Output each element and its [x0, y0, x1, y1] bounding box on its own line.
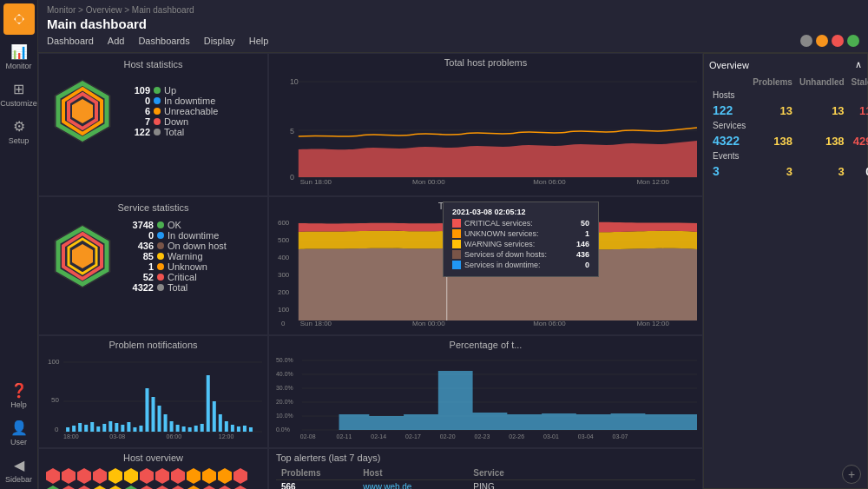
sidebar-item-setup[interactable]: ⚙ Setup — [0, 113, 37, 150]
svg-rect-58 — [139, 426, 142, 432]
service-problems-title: Total service problems — [274, 201, 697, 211]
nav-icon-4[interactable] — [847, 35, 859, 47]
host-hex-cell[interactable] — [62, 486, 76, 489]
host-hex-cell[interactable] — [171, 486, 185, 489]
host-hex-cell[interactable] — [233, 468, 247, 484]
alerter-host-1[interactable]: www.web.de — [358, 480, 468, 490]
host-hex-cell[interactable] — [46, 468, 60, 484]
svc-stat-total: 4322 Total — [126, 282, 227, 293]
logo[interactable] — [3, 3, 35, 35]
sidebar-item-label-help: Help — [10, 400, 27, 409]
col-host: Host — [358, 466, 468, 480]
overview-events-label-row: Events — [709, 149, 868, 162]
host-hex-cell[interactable] — [202, 468, 216, 484]
col-problems: Problems — [276, 466, 358, 480]
svg-rect-68 — [201, 424, 204, 432]
host-hex-cell[interactable] — [155, 468, 169, 484]
host-statistics-panel: Host statistics — [38, 53, 268, 196]
svg-text:Sun 18:00: Sun 18:00 — [300, 320, 332, 327]
host-hex-cell[interactable] — [187, 486, 201, 489]
nav-dashboard[interactable]: Dashboard — [47, 36, 94, 46]
overview-collapse-icon[interactable]: ∧ — [855, 59, 862, 70]
svg-text:06:00: 06:00 — [167, 433, 182, 439]
svg-point-1 — [16, 16, 23, 23]
nav-help[interactable]: Help — [249, 36, 269, 46]
svg-text:0.0%: 0.0% — [276, 426, 290, 433]
main-content: Monitor > Overview > Main dashboard Main… — [38, 0, 868, 489]
host-stat-down: 7 Down — [126, 116, 218, 127]
host-hex-cell[interactable] — [93, 468, 107, 484]
host-hex-cell[interactable] — [171, 468, 185, 484]
svg-text:100: 100 — [278, 306, 290, 314]
sidebar-item-user[interactable]: 👤 User — [0, 414, 37, 452]
help-icon: ❓ — [10, 382, 28, 399]
nav-icon-3[interactable] — [832, 35, 844, 47]
svg-rect-54 — [115, 423, 118, 432]
svc-stat-ok: 3748 OK — [126, 220, 227, 230]
host-hex-cell[interactable] — [62, 468, 76, 484]
nav-icon-1[interactable] — [800, 35, 812, 47]
host-stats-list: 109 Up 0 In downtime 6 Unreachabl — [126, 85, 218, 137]
nav-add[interactable]: Add — [108, 36, 125, 46]
svg-text:02-14: 02-14 — [371, 433, 386, 439]
svg-rect-65 — [182, 426, 186, 432]
svg-text:03-04: 03-04 — [578, 433, 594, 439]
svg-text:200: 200 — [278, 288, 290, 296]
sidebar-item-monitor[interactable]: 📊 Monitor — [0, 38, 37, 76]
svc-stat-downtime: 0 In downtime — [126, 230, 227, 241]
svg-text:50.0%: 50.0% — [276, 357, 293, 363]
host-hex-cell[interactable] — [187, 468, 201, 484]
svg-rect-64 — [176, 425, 180, 432]
top-alerters-title: Top alerters (last 7 days) — [276, 453, 695, 463]
svg-text:5: 5 — [290, 127, 294, 135]
overview-events-values-row: 3 3 3 0 — [709, 162, 868, 180]
svg-text:02-20: 02-20 — [440, 433, 456, 439]
svg-rect-57 — [133, 427, 136, 432]
host-hex-cell[interactable] — [77, 468, 91, 484]
svc-stat-unknown: 1 Unknown — [126, 261, 227, 272]
host-hex-cell[interactable] — [124, 468, 138, 484]
host-hex-cell[interactable] — [218, 486, 232, 489]
host-problems-title: Total host problems — [274, 57, 697, 68]
svg-text:400: 400 — [278, 254, 290, 261]
host-hex-cell[interactable] — [233, 486, 247, 489]
svg-text:Mon 00:00: Mon 00:00 — [412, 178, 445, 184]
svg-rect-70 — [213, 401, 216, 432]
sidebar-item-label-sidebar: Sidebar — [5, 475, 32, 484]
host-hex-cell[interactable] — [108, 468, 122, 484]
svg-rect-66 — [188, 427, 192, 432]
nav-dashboards[interactable]: Dashboards — [138, 36, 189, 46]
header: Monitor > Overview > Main dashboard Main… — [38, 0, 868, 53]
breadcrumb: Monitor > Overview > Main dashboard — [47, 5, 859, 15]
host-hex-cell[interactable] — [140, 468, 154, 484]
sidebar-item-help[interactable]: ❓ Help — [0, 377, 37, 414]
svg-text:0: 0 — [281, 320, 286, 327]
host-hex-cell[interactable] — [140, 486, 154, 489]
host-hex-cell[interactable] — [124, 486, 138, 489]
sidebar-icon: ◀ — [14, 457, 24, 473]
svg-text:12:00: 12:00 — [219, 433, 234, 439]
host-hex-cell[interactable] — [77, 486, 91, 489]
host-hex-cell[interactable] — [93, 486, 107, 489]
host-overview-title: Host overview — [44, 453, 262, 463]
nav-display[interactable]: Display — [204, 36, 235, 46]
svg-text:Mon 00:00: Mon 00:00 — [412, 320, 445, 327]
host-hex-cell[interactable] — [155, 486, 169, 489]
host-hex-cell[interactable] — [108, 486, 122, 489]
svg-rect-50 — [90, 422, 94, 432]
sidebar-item-customize[interactable]: ⊞ Customize — [0, 76, 37, 113]
svg-text:300: 300 — [278, 271, 290, 279]
host-hex-cell[interactable] — [46, 486, 60, 489]
svg-rect-56 — [127, 422, 130, 432]
host-hex-chart — [48, 76, 117, 146]
host-hex-cell[interactable] — [218, 468, 232, 484]
svg-text:02-08: 02-08 — [300, 433, 316, 439]
svg-text:Sun 18:00: Sun 18:00 — [300, 178, 332, 184]
svg-rect-53 — [108, 421, 112, 432]
svg-rect-49 — [84, 425, 88, 432]
overview-panel: Overview ∧ Problems Unhandled Stale Host… — [703, 53, 868, 489]
host-hex-cell[interactable] — [202, 486, 216, 489]
sidebar-item-sidebar[interactable]: ◀ Sidebar — [0, 452, 37, 489]
nav-icon-2[interactable] — [816, 35, 828, 47]
notifications-svg: 100 50 0 — [44, 354, 262, 439]
